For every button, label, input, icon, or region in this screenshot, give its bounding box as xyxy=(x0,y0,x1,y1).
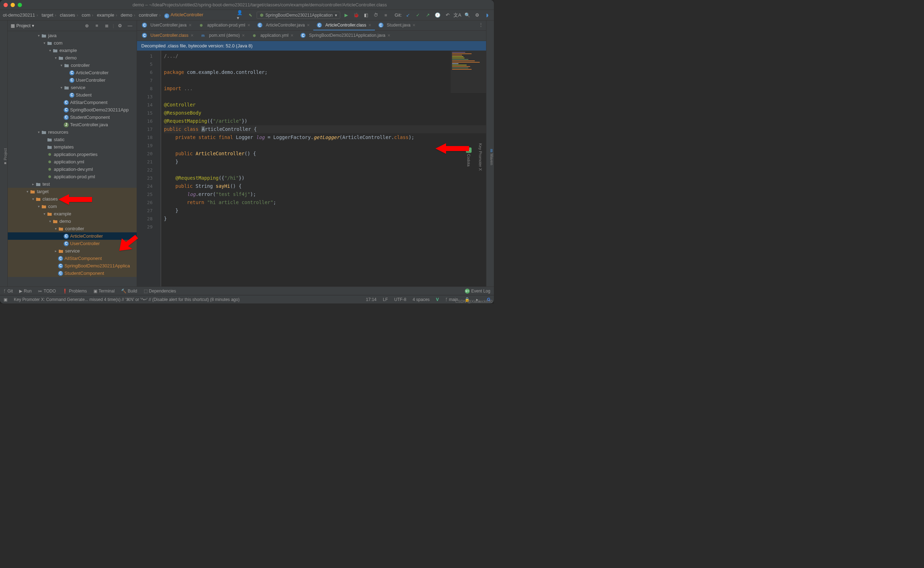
build-icon[interactable]: ⬉ xyxy=(247,11,254,19)
close-tab-icon[interactable]: × xyxy=(242,33,245,38)
breadcrumb[interactable]: controller xyxy=(139,12,162,18)
tool-problems[interactable]: ❗ Problems xyxy=(62,289,87,293)
chevron-icon[interactable]: ▾ xyxy=(36,204,41,208)
chevron-icon[interactable]: ▾ xyxy=(59,63,64,67)
tree-item[interactable]: ▾java xyxy=(8,32,137,39)
tree-item[interactable]: CSpringBootDemo230211App xyxy=(8,106,137,113)
editor-tab[interactable]: CStudent.java× xyxy=(375,21,419,30)
maximize-icon[interactable] xyxy=(18,3,22,7)
editor-tab[interactable]: CUserController.class× xyxy=(138,31,197,41)
chevron-icon[interactable]: ▸ xyxy=(30,182,35,186)
vcs-history-icon[interactable]: 🕘 xyxy=(434,11,441,19)
minimize-icon[interactable] xyxy=(11,3,15,7)
debug-button[interactable]: 🐞 xyxy=(352,11,360,19)
tree-item[interactable]: ▾com xyxy=(8,202,137,210)
breadcrumb[interactable]: example xyxy=(97,12,118,18)
tree-item[interactable]: ▾demo xyxy=(8,54,137,62)
vcs-push-icon[interactable]: ↗ xyxy=(424,11,432,19)
tool-key-promoter[interactable]: Key Promoter X xyxy=(478,140,483,174)
search-icon[interactable]: 🔍 xyxy=(464,11,471,19)
breadcrumb[interactable]: ot-demo230211 xyxy=(3,12,39,18)
close-icon[interactable] xyxy=(3,3,8,7)
tool-build[interactable]: 🔨 Build xyxy=(121,289,137,293)
tree-item[interactable]: ▸service xyxy=(8,247,137,255)
tree-item[interactable]: ▾com xyxy=(8,39,137,47)
profile-button[interactable]: ⏱ xyxy=(372,11,380,19)
vcs-update-icon[interactable]: ↙ xyxy=(404,11,412,19)
tree-item[interactable]: ▾controller xyxy=(8,62,137,69)
chevron-icon[interactable]: ▾ xyxy=(53,227,58,231)
tree-item[interactable]: CAllStarComponent xyxy=(8,255,137,262)
close-tab-icon[interactable]: × xyxy=(291,33,294,38)
tree-item[interactable]: ▾service xyxy=(8,84,137,91)
breadcrumb[interactable]: CArticleController xyxy=(164,12,203,18)
run-coverage-button[interactable]: ◧ xyxy=(362,11,370,19)
tree-item[interactable]: CArticleController xyxy=(8,233,137,240)
more-tabs-icon[interactable]: ⋮ xyxy=(476,21,486,30)
breadcrumb[interactable]: target xyxy=(41,12,58,18)
editor-tab[interactable]: CArticleController.class× xyxy=(313,21,375,30)
tree-item[interactable]: ▾controller xyxy=(8,225,137,233)
tree-item[interactable]: CArticleController xyxy=(8,69,137,76)
fold-gutter[interactable] xyxy=(156,51,161,287)
tree-item[interactable]: ⬢application-prod.yml xyxy=(8,173,137,180)
tree-item[interactable]: ⬢application.properties xyxy=(8,151,137,158)
editor-tab[interactable]: CSpringBootDemo230211Application.java× xyxy=(297,31,394,41)
expand-icon[interactable]: ≡ xyxy=(93,22,101,30)
locate-icon[interactable]: ⊕ xyxy=(83,22,91,30)
tree-item[interactable]: CUserController xyxy=(8,76,137,84)
editor-tab[interactable]: mpom.xml (demo)× xyxy=(197,31,248,41)
tree-item[interactable]: ⬢application.yml xyxy=(8,158,137,166)
editor-tab[interactable]: CUserController.java× xyxy=(138,21,195,30)
tree-item[interactable]: ▾demo xyxy=(8,218,137,225)
chevron-icon[interactable]: ▾ xyxy=(42,212,47,216)
translate-icon[interactable]: 文A xyxy=(453,11,461,19)
undo-icon[interactable]: ↶ xyxy=(444,11,451,19)
chevron-icon[interactable]: ▾ xyxy=(53,56,58,60)
chevron-down-icon[interactable]: ▾ xyxy=(32,23,34,28)
status-indent[interactable]: 4 spaces xyxy=(413,297,430,302)
run-config-selector[interactable]: ⬢ SpringBootDemo230211Application ▾ xyxy=(257,12,340,19)
minimap[interactable] xyxy=(451,51,486,93)
user-icon[interactable]: 👤▾ xyxy=(237,11,245,19)
close-tab-icon[interactable]: × xyxy=(368,22,371,28)
close-tab-icon[interactable]: × xyxy=(412,22,415,28)
tree-item[interactable]: CUserController xyxy=(8,240,137,247)
tool-todo[interactable]: ≔ TODO xyxy=(38,289,56,293)
editor-tab[interactable]: ⬢application-prod.yml× xyxy=(195,21,254,30)
breadcrumb[interactable]: com xyxy=(82,12,95,18)
tree-item[interactable]: ▸test xyxy=(8,180,137,188)
project-tree[interactable]: ▾java▾com▾example▾demo▾controllerCArticl… xyxy=(8,31,137,287)
chevron-icon[interactable]: ▾ xyxy=(36,130,41,134)
tool-maven[interactable]: m Maven xyxy=(489,146,494,168)
tool-project[interactable]: ■ Project xyxy=(3,145,8,168)
tool-run[interactable]: ▶ Run xyxy=(19,289,32,293)
settings-gear-icon[interactable]: ⚙ xyxy=(473,11,481,19)
breadcrumb[interactable]: demo xyxy=(121,12,137,18)
tree-item[interactable]: ▾example xyxy=(8,47,137,54)
tree-item[interactable]: ▾classes xyxy=(8,195,137,202)
tree-item[interactable]: JTestController.java xyxy=(8,121,137,128)
tool-window-icon[interactable]: ▣ xyxy=(3,297,8,302)
tool-git[interactable]: ᚶ Git xyxy=(3,289,13,293)
gear-icon[interactable]: ⚙ xyxy=(116,22,124,30)
code-editor[interactable]: /.../ package com.example.demo.controlle… xyxy=(161,51,486,287)
chevron-icon[interactable]: ▸ xyxy=(53,249,58,253)
tree-item[interactable]: CAllStarComponent xyxy=(8,99,137,106)
vcs-commit-icon[interactable]: ✓ xyxy=(414,11,422,19)
plugin-icon[interactable]: ◗ xyxy=(483,11,491,19)
chevron-icon[interactable]: ▾ xyxy=(25,190,30,193)
chevron-icon[interactable]: ▾ xyxy=(47,219,52,223)
chevron-icon[interactable]: ▾ xyxy=(30,197,35,201)
chevron-icon[interactable]: ▾ xyxy=(36,33,41,38)
run-button[interactable]: ▶ xyxy=(342,11,350,19)
close-tab-icon[interactable]: × xyxy=(307,22,310,28)
tool-terminal[interactable]: ▣ Terminal xyxy=(94,289,115,293)
close-tab-icon[interactable]: × xyxy=(247,22,250,28)
status-encoding[interactable]: UTF-8 xyxy=(394,297,406,302)
editor-tab[interactable]: ⬢application.yml× xyxy=(248,31,297,41)
tree-item[interactable]: static xyxy=(8,136,137,143)
tree-item[interactable]: CStudent xyxy=(8,91,137,99)
tree-item[interactable]: ▾example xyxy=(8,210,137,218)
tree-item[interactable]: ▾target xyxy=(8,188,137,195)
